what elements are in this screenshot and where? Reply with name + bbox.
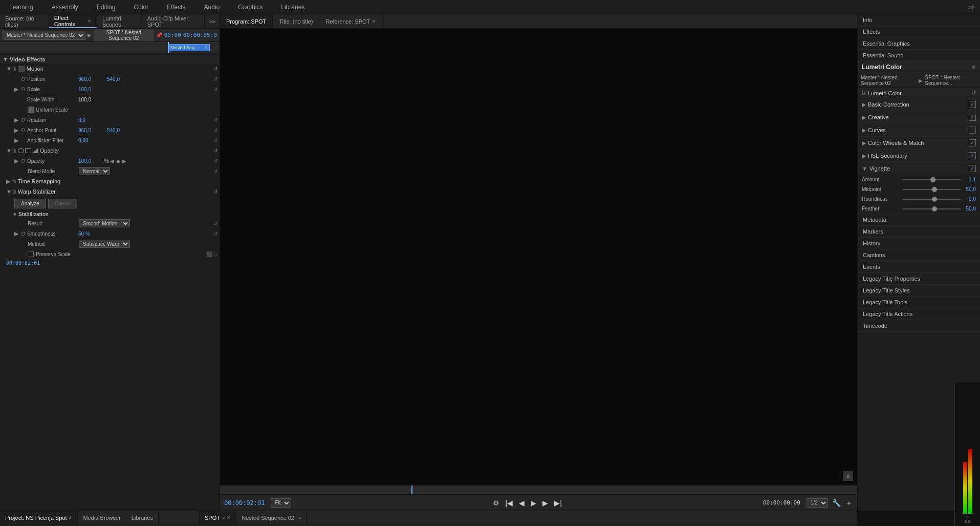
vignette-roundness-slider[interactable] — [903, 199, 961, 200]
anchor-stopwatch[interactable]: ⏱ — [20, 128, 26, 133]
lumetri-clip-seq[interactable]: SPOT * Nested Sequence... — [925, 75, 977, 86]
nav-more-icon[interactable]: >> — [968, 4, 975, 10]
scale-reset-icon[interactable]: ↺ — [213, 87, 217, 92]
tab-spot-timeline[interactable]: SPOT ≡ ✕ — [200, 511, 236, 524]
color-wheels-checkbox[interactable] — [969, 139, 976, 146]
master-sequence-dropdown[interactable]: Master * Nested Sequence 02 — [3, 31, 85, 40]
opacity-value[interactable]: 100,0 — [78, 158, 104, 164]
position-x-value[interactable]: 960,0 — [78, 76, 104, 82]
vignette-roundness-value[interactable]: 0,0 — [961, 196, 976, 202]
vignette-amount-slider[interactable] — [903, 179, 961, 180]
basic-correction-header[interactable]: ▶ Basic Correction — [858, 98, 980, 111]
scale-stopwatch-icon[interactable]: ⏱ — [20, 87, 26, 92]
nav-learning[interactable]: Learning — [5, 2, 37, 13]
nav-color[interactable]: Color — [129, 2, 153, 13]
monitor-goto-in-btn[interactable]: |◀ — [504, 498, 515, 508]
creative-checkbox[interactable] — [969, 114, 976, 121]
vignette-checkbox[interactable] — [969, 165, 976, 172]
essential-graphics-item[interactable]: Essential Graphics — [858, 38, 980, 50]
monitor-step-fwd-btn[interactable]: ▶ — [540, 498, 550, 508]
opacity-reset-icon2[interactable]: ↺ — [213, 158, 217, 164]
monitor-step-back-btn[interactable]: ◀ — [517, 498, 527, 508]
nav-assembly[interactable]: Assembly — [48, 2, 82, 13]
anchor-x-value[interactable]: 960,0 — [78, 128, 104, 133]
opacity-stopwatch[interactable]: ⏱ — [20, 158, 26, 164]
scale-width-stopwatch[interactable]: ⏱ — [20, 97, 26, 102]
vignette-midpoint-slider[interactable] — [903, 189, 961, 190]
reference-menu-icon[interactable]: ≡ — [372, 18, 375, 25]
analyze-button[interactable]: Analyze — [14, 199, 46, 208]
essential-sound-item[interactable]: Essential Sound — [858, 50, 980, 61]
opacity-reset-icon[interactable]: ↺ — [213, 148, 217, 154]
time-remapping-header[interactable]: ▶ fx Time Remapping — [4, 176, 220, 186]
stabilization-arrow[interactable]: ▼ — [12, 212, 18, 217]
rotation-stopwatch[interactable]: ⏱ — [20, 117, 26, 123]
monitor-wrench-btn[interactable]: 🔧 — [830, 498, 843, 508]
blend-mode-reset-icon[interactable]: ↺ — [213, 169, 217, 174]
nav-audio[interactable]: Audio — [200, 2, 224, 13]
history-item[interactable]: History — [858, 238, 980, 249]
anchor-reset-icon[interactable]: ↺ — [213, 128, 217, 133]
monitor-fit-select[interactable]: Fit — [271, 498, 291, 508]
timecode-item[interactable]: Timecode — [858, 320, 980, 332]
anti-flicker-value[interactable]: 0,00 — [78, 138, 104, 143]
method-select[interactable]: Subspace Warp — [79, 240, 130, 248]
nav-libraries[interactable]: Libraries — [277, 2, 309, 13]
preserve-icon2[interactable]: ◇ — [213, 251, 217, 257]
vignette-feather-slider[interactable] — [903, 208, 961, 209]
effects-item[interactable]: Effects — [858, 26, 980, 38]
curves-header[interactable]: ▶ Curves — [858, 124, 980, 136]
video-effects-header[interactable]: ▼ Video Effects — [0, 55, 220, 64]
nav-graphics[interactable]: Graphics — [234, 2, 267, 13]
tab-effect-controls[interactable]: Effect Controls ✕ — [49, 14, 97, 28]
legacy-title-styles-item[interactable]: Legacy Title Styles — [858, 285, 980, 297]
nested-tab-menu[interactable]: ≡ — [298, 515, 301, 520]
vignette-amount-value[interactable]: -1.1 — [961, 177, 976, 182]
position-stopwatch-icon[interactable]: ⏱ — [20, 76, 26, 82]
tab-reference-spot[interactable]: Reference: SPOT ≡ — [319, 14, 382, 28]
result-select[interactable]: Smooth Motion — [79, 219, 130, 227]
tab-title-no-title[interactable]: Title: (no title) — [273, 14, 319, 28]
nav-effects[interactable]: Effects — [163, 2, 189, 13]
ec-timeline-clip-bar[interactable]: Nested Seq... ✕ — [169, 44, 210, 51]
basic-correction-checkbox[interactable] — [969, 101, 976, 108]
monitor-ratio-select[interactable]: 1/2 — [807, 498, 828, 508]
vignette-header[interactable]: ▼ Vignette — [858, 162, 980, 175]
spot-tab-menu[interactable]: ≡ — [222, 515, 225, 520]
markers-item[interactable]: Markers — [858, 226, 980, 238]
rotation-value[interactable]: 0,0 — [78, 117, 104, 123]
preserve-scale-checkbox[interactable] — [28, 251, 34, 257]
cancel-button[interactable]: Cancel — [48, 199, 77, 208]
hsl-secondary-header[interactable]: ▶ HSL Secondary — [858, 150, 980, 162]
events-item[interactable]: Events — [858, 261, 980, 273]
project-tab-close[interactable]: ✕ — [68, 515, 72, 520]
legacy-title-actions-item[interactable]: Legacy Title Actions — [858, 308, 980, 320]
preserve-icon1[interactable]: ⬛ — [206, 251, 212, 257]
info-item[interactable]: Info — [858, 14, 980, 26]
tab-media-browser[interactable]: Media Browser — [78, 511, 126, 524]
nav-editing[interactable]: Editing — [93, 2, 120, 13]
lumetri-close-icon[interactable]: ✕ — [971, 64, 976, 71]
opacity-header[interactable]: ▼ fx Opacity ↺ — [4, 145, 220, 156]
lumetri-fx-reset-icon[interactable]: ↺ — [971, 90, 976, 96]
smoothness-stopwatch[interactable]: ⏱ — [20, 231, 26, 237]
lumetri-master-seq[interactable]: Master * Nested Sequence 02 — [861, 75, 917, 86]
monitor-scrubber[interactable] — [220, 485, 857, 494]
warp-reset-icon[interactable]: ↺ — [213, 189, 217, 195]
tab-audio-clip-mixer[interactable]: Audio Clip Mixer: SPOT — [142, 14, 205, 28]
motion-header[interactable]: ▼ fx ⬛ Motion ↺ — [4, 64, 220, 74]
curves-checkbox[interactable] — [969, 127, 976, 134]
tab-program-spot[interactable]: Program: SPOT — [220, 14, 273, 28]
creative-header[interactable]: ▶ Creative — [858, 111, 980, 123]
monitor-goto-out-btn[interactable]: ▶| — [552, 498, 564, 508]
result-reset-icon[interactable]: ↺ — [213, 221, 217, 226]
position-y-value[interactable]: 540,0 — [107, 76, 133, 82]
uniform-scale-checkbox[interactable] — [28, 107, 34, 113]
spot-tab-close[interactable]: ✕ — [227, 515, 231, 520]
monitor-plus-btn[interactable]: + — [845, 498, 853, 508]
monitor-add-button[interactable]: + — [843, 471, 853, 481]
scale-width-value[interactable]: 100,0 — [78, 97, 104, 102]
metadata-item[interactable]: Metadata — [858, 214, 980, 226]
tab-nested-seq[interactable]: Nested Sequence 02 ≡ — [236, 511, 307, 524]
tab-project[interactable]: Project: NS Picerija Spot ✕ — [0, 511, 78, 524]
